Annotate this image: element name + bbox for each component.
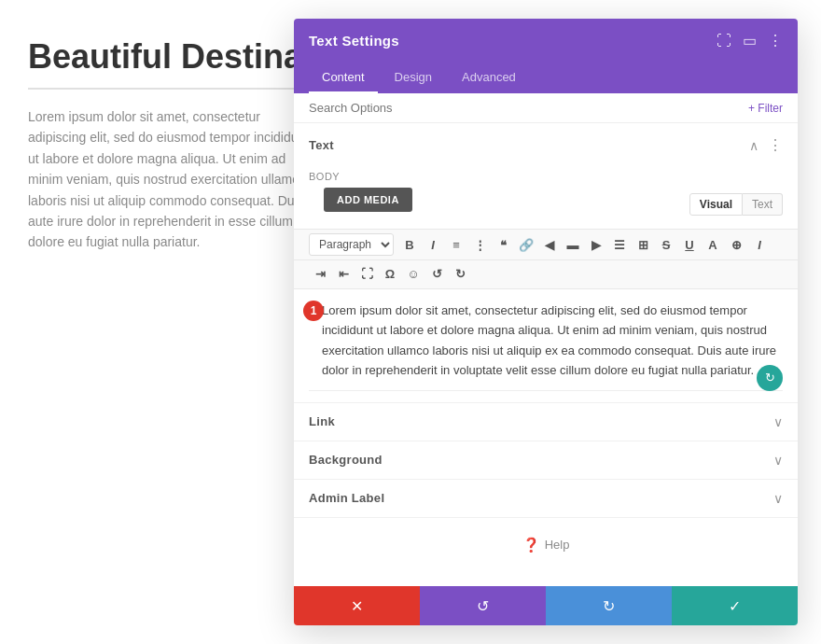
search-input[interactable] — [309, 101, 748, 115]
panel-footer: ✕ ↺ ↻ ✓ — [294, 586, 798, 625]
outdent-button[interactable]: ⇤ — [332, 262, 355, 285]
body-label: Body — [294, 167, 798, 188]
align-justify-button[interactable]: ☰ — [608, 233, 631, 256]
strikethrough-button[interactable]: S — [655, 233, 677, 256]
editor-content[interactable]: Lorem ipsum dolor sit amet, consectetur … — [309, 301, 783, 391]
link-section-chevron: ∨ — [773, 414, 783, 429]
paragraph-select[interactable]: Paragraph — [309, 233, 394, 256]
admin-label-title: Admin Label — [309, 491, 384, 505]
unordered-list-button[interactable]: ≡ — [445, 233, 467, 256]
text-section-header[interactable]: Text ∧ ⋮ — [294, 123, 798, 167]
align-right-button[interactable]: ▶ — [585, 233, 607, 256]
tab-content[interactable]: Content — [309, 63, 378, 93]
fullscreen-button[interactable]: ⛶ — [355, 262, 378, 285]
background-section-title: Background — [309, 453, 383, 467]
special-char-button[interactable]: Ω — [379, 262, 401, 285]
font-color-button[interactable]: A — [702, 233, 724, 256]
italic-button[interactable]: I — [422, 233, 444, 256]
text-toggle-button[interactable]: Text — [743, 193, 783, 216]
bold-button[interactable]: B — [398, 233, 421, 256]
clear-format-button[interactable]: ⊕ — [725, 233, 747, 256]
text-section-title: Text — [309, 138, 334, 152]
help-icon: ❓ — [522, 537, 540, 553]
sync-icon-button[interactable]: ↻ — [757, 365, 783, 391]
admin-label-section: Admin Label ∨ — [294, 480, 798, 518]
add-media-button[interactable]: ADD MEDIA — [324, 188, 412, 212]
background-section: Background ∨ — [294, 441, 798, 480]
admin-label-chevron: ∨ — [773, 491, 783, 506]
more-options-icon[interactable]: ⋮ — [768, 32, 783, 49]
panel-header: Text Settings ⛶ ▭ ⋮ — [294, 19, 798, 63]
underline-button[interactable]: U — [678, 233, 701, 256]
align-center-button[interactable]: ▬ — [562, 233, 584, 256]
text-section-dots[interactable]: ⋮ — [768, 136, 783, 154]
split-icon[interactable]: ▭ — [743, 32, 757, 49]
undo-editor-button[interactable]: ↺ — [425, 262, 448, 285]
link-section-title: Link — [309, 414, 335, 428]
step-badge: 1 — [303, 301, 324, 321]
background-section-header[interactable]: Background ∨ — [294, 441, 798, 479]
admin-label-section-header[interactable]: Admin Label ∨ — [294, 480, 798, 517]
panel-content: Text ∧ ⋮ Body ADD MEDIA Visual Text Para… — [294, 123, 798, 586]
visual-toggle-button[interactable]: Visual — [689, 193, 743, 216]
align-left-button[interactable]: ◀ — [538, 233, 561, 256]
text-section: Text ∧ ⋮ Body ADD MEDIA Visual Text Para… — [294, 123, 798, 403]
text-section-chevron-up: ∧ — [749, 138, 758, 153]
panel-tabs: Content Design Advanced — [294, 63, 798, 93]
link-section: Link ∨ — [294, 403, 798, 441]
expand-icon[interactable]: ⛶ — [717, 33, 731, 49]
table-button[interactable]: ⊞ — [632, 233, 654, 256]
redo-button[interactable]: ↻ — [546, 586, 672, 625]
blockquote-button[interactable]: ❝ — [492, 233, 514, 256]
panel-header-icons: ⛶ ▭ ⋮ — [717, 32, 783, 49]
text-settings-panel: Text Settings ⛶ ▭ ⋮ Content Design Advan… — [294, 19, 798, 625]
background-section-chevron: ∨ — [773, 453, 783, 468]
help-label: Help — [545, 538, 570, 552]
editor-toolbar-row1: Paragraph B I ≡ ⋮ ❝ 🔗 ◀ ▬ ▶ ☰ ⊞ S U A ⊕ … — [294, 229, 798, 260]
cancel-button[interactable]: ✕ — [294, 586, 420, 625]
text-section-icons: ∧ ⋮ — [749, 136, 783, 154]
editor-toggle: Visual Text — [689, 193, 783, 216]
save-button[interactable]: ✓ — [672, 586, 798, 625]
editor-area[interactable]: 1 Lorem ipsum dolor sit amet, consectetu… — [294, 289, 798, 402]
link-button[interactable]: 🔗 — [515, 233, 537, 256]
tab-design[interactable]: Design — [382, 63, 445, 93]
tab-advanced[interactable]: Advanced — [449, 63, 529, 93]
ordered-list-button[interactable]: ⋮ — [468, 233, 491, 256]
help-area: ❓ Help — [294, 518, 798, 572]
link-section-header[interactable]: Link ∨ — [294, 403, 798, 441]
editor-toolbar-row2: ⇥ ⇤ ⛶ Ω ☺ ↺ ↻ — [294, 260, 798, 289]
indent-button[interactable]: ⇥ — [309, 262, 331, 285]
emoji-button[interactable]: ☺ — [402, 262, 424, 285]
more-button[interactable]: I — [748, 233, 771, 256]
undo-button[interactable]: ↺ — [420, 586, 546, 625]
page-body-text: Lorem ipsum dolor sit amet, consectetur … — [28, 106, 317, 253]
panel-title: Text Settings — [309, 33, 399, 49]
help-button[interactable]: ❓ Help — [522, 537, 570, 553]
redo-editor-button[interactable]: ↻ — [449, 262, 471, 285]
search-bar: + Filter — [294, 93, 798, 123]
filter-button[interactable]: + Filter — [748, 102, 783, 115]
